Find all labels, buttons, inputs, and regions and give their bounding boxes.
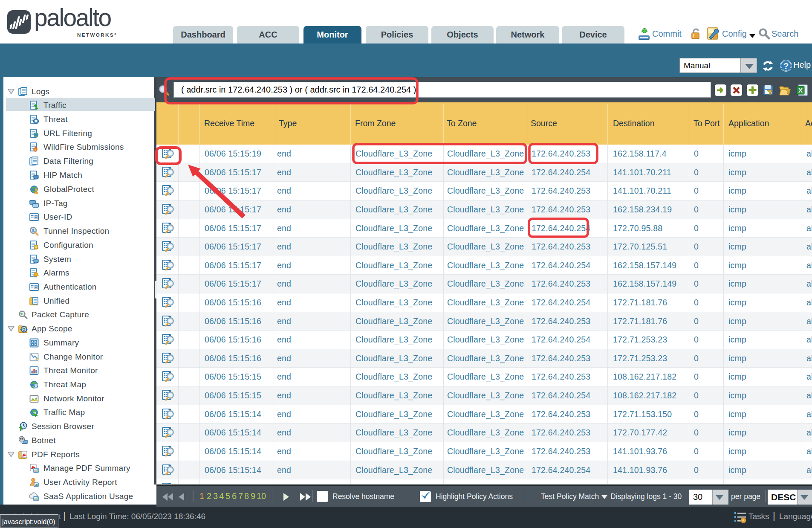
svg-text:?: ? <box>783 61 789 71</box>
svg-text:X: X <box>798 87 803 94</box>
